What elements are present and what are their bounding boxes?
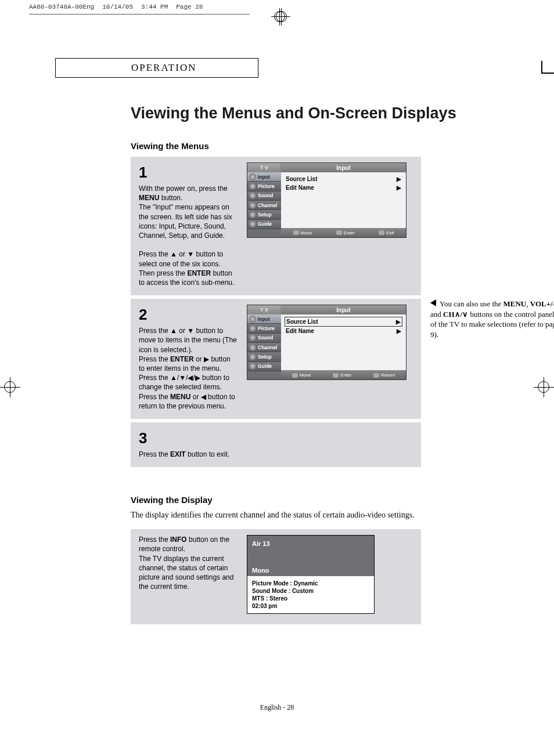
step-1-box: 1 With the power on, press the MENU butt… — [131, 157, 421, 295]
tv-menu-row: Source List▶ — [285, 175, 402, 183]
step-2-text: 2 Press the ▲ or ▼ button to move to ite… — [139, 305, 238, 411]
tv-menu-sidebar: Input Picture Sound Channel Setup Guide — [247, 172, 281, 229]
step-3-number: 3 — [139, 428, 413, 448]
tv-menu-row: Source List▶ — [285, 317, 402, 327]
triangle-left-icon — [430, 299, 436, 306]
picture-icon — [249, 325, 256, 332]
sound-icon — [249, 192, 256, 199]
print-date: 10/14/05 — [102, 3, 133, 10]
tv-menu-screenshot-2: T V Input Input Picture Sound Channel Se… — [247, 305, 406, 380]
info-settings: Picture Mode : Dynamic Sound Mode : Cust… — [247, 576, 374, 613]
step-2-number: 2 — [139, 305, 238, 325]
section-tab-label: OPERATION — [131, 62, 196, 74]
setup-icon — [249, 211, 256, 218]
subheading-display: Viewing the Display — [131, 495, 526, 505]
step-3-box: 3 Press the EXIT button to exit. — [131, 422, 421, 467]
input-icon — [249, 316, 256, 323]
foot-enter: Enter — [336, 230, 355, 236]
channel-icon — [249, 344, 256, 351]
crop-mark-icon — [534, 377, 554, 397]
page-title: Viewing the Menus and On-Screen Displays — [131, 104, 526, 122]
print-time: 3:44 PM — [141, 3, 168, 10]
display-intro: The display identifies the current chann… — [131, 511, 526, 520]
tv-menu-row: Edit Name▶ — [285, 183, 402, 192]
info-mts: MTS : Stereo — [252, 595, 369, 602]
foot-exit: Exit — [379, 230, 394, 236]
input-icon — [249, 173, 256, 180]
foot-return: Return — [373, 372, 395, 378]
tv-menu-sidebar: Input Picture Sound Channel Setup Guide — [247, 314, 281, 371]
info-channel: Air 13 — [247, 536, 374, 553]
setup-icon — [249, 353, 256, 360]
info-time: 02:03 pm — [252, 602, 369, 610]
display-step-box: Press the INFO button on the remote cont… — [131, 529, 421, 624]
crop-mark-icon — [271, 8, 289, 26]
tv-menu-row: Edit Name▶ — [285, 327, 402, 335]
step-1-number: 1 — [139, 162, 238, 183]
page-content: OPERATION Viewing the Menus and On-Scree… — [55, 58, 526, 624]
section-tab: OPERATION — [55, 58, 258, 78]
chevron-right-icon: ▶ — [397, 185, 401, 191]
tv-menu-header-left: T V — [247, 305, 281, 314]
step-3-text: 3 Press the EXIT button to exit. — [139, 428, 413, 459]
tv-menu-side-item: Sound — [247, 334, 281, 343]
channel-icon — [249, 202, 256, 209]
crop-mark-icon — [0, 377, 20, 397]
info-picture-mode: Picture Mode : Dynamic — [252, 580, 369, 587]
info-sound-mode: Sound Mode : Custom — [252, 587, 369, 595]
tv-menu-footer: Move Enter Exit — [281, 228, 406, 237]
tv-menu-side-item: Input — [247, 314, 281, 324]
sound-icon — [249, 334, 256, 341]
foot-move: Move — [293, 230, 312, 236]
tv-menu-side-item: Channel — [247, 343, 281, 352]
foot-enter: Enter — [333, 372, 351, 378]
chevron-right-icon: ▶ — [396, 319, 401, 325]
tv-menu-side-item: Sound — [247, 191, 281, 201]
info-panel-screenshot: Air 13 Mono Picture Mode : Dynamic Sound… — [247, 535, 375, 614]
guide-icon — [249, 363, 256, 370]
tv-menu-side-item: Setup — [247, 210, 281, 219]
print-header: AA68-03748A-00Eng 10/14/05 3:44 PM Page … — [29, 3, 203, 10]
chevron-right-icon: ▶ — [397, 176, 401, 182]
picture-icon — [249, 183, 256, 190]
page-footer: English - 28 — [0, 703, 554, 712]
tv-menu-screenshot-1: T V Input Input Picture Sound Channel Se… — [247, 162, 406, 238]
tv-menu-header-right: Input — [281, 163, 406, 172]
chevron-right-icon: ▶ — [397, 328, 401, 334]
tv-menu-side-item: Channel — [247, 201, 281, 210]
foot-move: Move — [292, 372, 311, 378]
step-1-text: 1 With the power on, press the MENU butt… — [139, 162, 238, 287]
tv-menu-side-item: Picture — [247, 324, 281, 333]
print-page: Page 28 — [176, 3, 203, 10]
tv-menu-side-item: Guide — [247, 220, 281, 229]
tv-menu-side-item: Input — [247, 172, 281, 182]
tv-menu-main: Source List▶ Edit Name▶ — [281, 314, 406, 371]
info-mono: Mono — [247, 565, 374, 576]
print-file: AA68-03748A-00Eng — [29, 3, 94, 10]
crop-corner-icon — [541, 61, 554, 74]
tv-menu-header-right: Input — [281, 305, 406, 314]
tv-menu-side-item: Setup — [247, 352, 281, 361]
step-2-box: 2 Press the ▲ or ▼ button to move to ite… — [131, 299, 421, 419]
tv-menu-footer: Move Enter Return — [281, 370, 406, 379]
tv-menu-main: Source List▶ Edit Name▶ — [281, 172, 406, 229]
guide-icon — [249, 220, 256, 227]
tv-menu-side-item: Guide — [247, 362, 281, 371]
tv-menu-header-left: T V — [247, 163, 281, 172]
tv-menu-side-item: Picture — [247, 182, 281, 191]
subheading-menus: Viewing the Menus — [131, 141, 526, 151]
display-step-text: Press the INFO button on the remote cont… — [139, 535, 238, 614]
side-note: You can also use the MENU, VOL+/– and CH… — [430, 299, 554, 339]
